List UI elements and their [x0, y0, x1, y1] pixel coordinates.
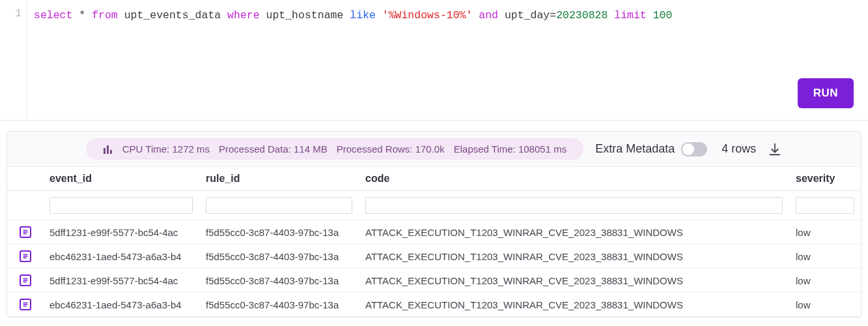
stats-pill: CPU Time: 1272 ms Processed Data: 114 MB…: [86, 138, 583, 160]
table-row: 5dff1231-e99f-5577-bc54-4acf5d55cc0-3c87…: [7, 220, 861, 244]
ident-table: upt_events_data: [124, 9, 221, 22]
extra-metadata-toggle-wrap: Extra Metadata: [595, 142, 707, 156]
kw-where: where: [227, 9, 260, 22]
processed-rows: Processed Rows: 170.0k: [337, 143, 445, 155]
results-panel: CPU Time: 1272 ms Processed Data: 114 MB…: [7, 131, 861, 318]
col-code[interactable]: code: [359, 167, 789, 191]
cell-event_id: 5dff1231-e99f-5577-bc54-4ac: [43, 220, 199, 244]
cell-rule_id: f5d55cc0-3c87-4403-97bc-13a: [199, 269, 359, 293]
cell-rule_id: f5d55cc0-3c87-4403-97bc-13a: [199, 220, 359, 244]
row-details-icon[interactable]: [20, 274, 31, 286]
col-event-id[interactable]: event_id: [43, 167, 199, 191]
table-row: 5dff1231-e99f-5577-bc54-4acf5d55cc0-3c87…: [7, 269, 861, 293]
cell-rule_id: f5d55cc0-3c87-4403-97bc-13a: [199, 293, 359, 317]
col-severity[interactable]: severity: [789, 167, 861, 191]
str-host: '%Windows-10%': [382, 9, 473, 22]
filter-severity[interactable]: [796, 197, 854, 214]
svg-rect-2: [110, 150, 112, 154]
svg-rect-0: [104, 148, 105, 154]
kw-like: like: [350, 9, 376, 22]
cell-rule_id: f5d55cc0-3c87-4403-97bc-13a: [199, 244, 359, 269]
bar-chart-icon: [103, 144, 113, 155]
num-limit: 100: [653, 9, 673, 22]
kw-limit: limit: [614, 9, 647, 22]
svg-rect-1: [107, 145, 109, 154]
table-row: ebc46231-1aed-5473-a6a3-b4f5d55cc0-3c87-…: [7, 293, 861, 317]
processed-data: Processed Data: 114 MB: [219, 143, 328, 155]
sql-editor: 1 select * from upt_events_data where up…: [0, 0, 868, 121]
cell-event_id: 5dff1231-e99f-5577-bc54-4ac: [43, 269, 199, 293]
num-day: 20230828: [556, 9, 608, 22]
cell-event_id: ebc46231-1aed-5473-a6a3-b4: [43, 244, 199, 269]
star: *: [79, 9, 85, 22]
table-header-row: event_id rule_id code severity: [7, 167, 861, 191]
cell-severity: low: [789, 269, 861, 293]
elapsed-time: Elapsed Time: 108051 ms: [454, 143, 567, 155]
cell-code: ATTACK_EXECUTION_T1203_WINRAR_CVE_2023_3…: [359, 269, 789, 293]
cpu-time: CPU Time: 1272 ms: [122, 143, 210, 155]
filter-event-id[interactable]: [49, 197, 193, 214]
extra-metadata-label: Extra Metadata: [595, 142, 675, 156]
cell-code: ATTACK_EXECUTION_T1203_WINRAR_CVE_2023_3…: [359, 293, 789, 317]
eq: =: [550, 9, 556, 22]
extra-metadata-toggle[interactable]: [681, 142, 707, 156]
ident-day: upt_day: [505, 9, 550, 22]
kw-from: from: [92, 9, 118, 22]
results-table: event_id rule_id code severity 5dff1231-…: [7, 167, 861, 317]
line-number: 1: [0, 8, 21, 20]
code-area[interactable]: select * from upt_events_data where upt_…: [27, 0, 868, 120]
run-button[interactable]: RUN: [798, 78, 854, 108]
download-icon[interactable]: [768, 142, 782, 156]
row-details-icon[interactable]: [20, 250, 31, 262]
col-rule-id[interactable]: rule_id: [199, 167, 359, 191]
table-row: ebc46231-1aed-5473-a6a3-b4f5d55cc0-3c87-…: [7, 244, 861, 269]
cell-code: ATTACK_EXECUTION_T1203_WINRAR_CVE_2023_3…: [359, 220, 789, 244]
kw-select: select: [34, 9, 72, 22]
row-details-icon[interactable]: [20, 299, 31, 310]
filter-row: [7, 191, 861, 220]
cell-severity: low: [789, 293, 861, 317]
cell-severity: low: [789, 220, 861, 244]
filter-rule-id[interactable]: [206, 197, 352, 214]
editor-gutter: 1: [0, 0, 27, 120]
cell-event_id: ebc46231-1aed-5473-a6a3-b4: [43, 293, 199, 317]
row-count: 4 rows: [721, 142, 756, 156]
cell-severity: low: [789, 244, 861, 269]
filter-code[interactable]: [365, 197, 783, 214]
ident-host: upt_hostname: [266, 9, 344, 22]
row-details-icon[interactable]: [20, 226, 31, 238]
cell-code: ATTACK_EXECUTION_T1203_WINRAR_CVE_2023_3…: [359, 244, 789, 269]
stats-bar: CPU Time: 1272 ms Processed Data: 114 MB…: [7, 132, 861, 167]
kw-and: and: [479, 9, 498, 22]
